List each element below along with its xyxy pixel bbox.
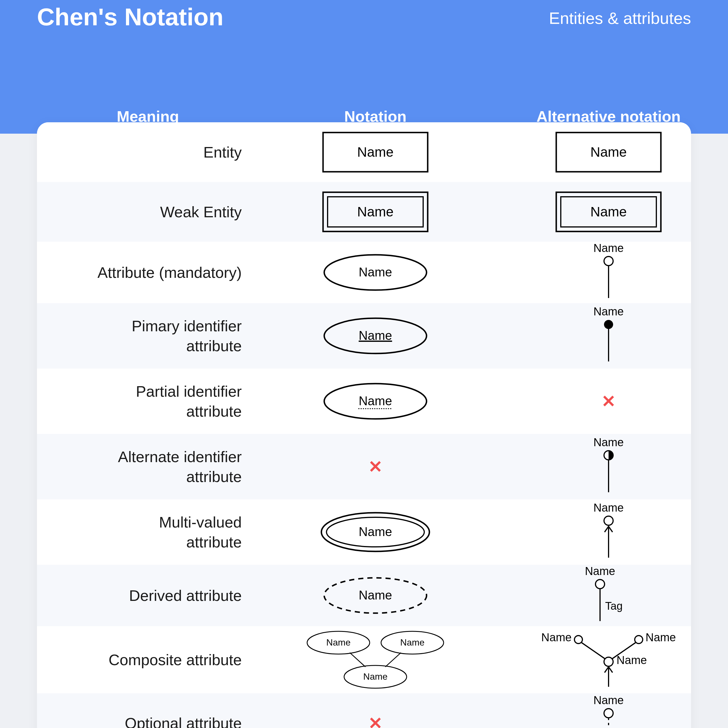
row-notation: Name — [259, 252, 492, 292]
row-alt-notation: Name — [492, 191, 691, 233]
row-notation: ✕ — [259, 713, 492, 728]
row-alt-notation: Name — [492, 131, 691, 173]
table-row: EntityNameName — [37, 122, 691, 182]
svg-text:Name: Name — [593, 504, 624, 514]
row-alt-notation: ✕ — [492, 391, 691, 411]
row-meaning: Alternate identifierattribute — [37, 447, 259, 486]
svg-point-35 — [595, 580, 604, 589]
row-notation: Name — [259, 316, 492, 356]
table-row: Derived attributeNameName Tag — [37, 565, 691, 626]
row-meaning: Weak Entity — [37, 202, 259, 222]
svg-text:Name: Name — [400, 637, 424, 647]
row-meaning: Entity — [37, 142, 259, 162]
svg-text:Name: Name — [357, 204, 393, 219]
row-meaning: Pimary identifierattribute — [37, 316, 259, 356]
svg-text:Name: Name — [593, 696, 624, 707]
svg-text:Name: Name — [616, 654, 647, 666]
svg-text:Name: Name — [645, 631, 676, 644]
row-notation: Name — [259, 131, 492, 173]
svg-point-47 — [574, 636, 583, 644]
svg-text:Tag: Tag — [605, 600, 622, 612]
table-row: Optional attribute✕Name — [37, 693, 691, 728]
svg-point-30 — [604, 516, 613, 525]
row-alt-notation: Name — [492, 244, 691, 301]
row-alt-notation: Name Name Name — [492, 630, 691, 690]
svg-text:Name: Name — [363, 671, 387, 682]
row-meaning: Derived attribute — [37, 586, 259, 606]
svg-point-49 — [635, 636, 643, 644]
cross-icon: ✕ — [368, 457, 382, 477]
row-alt-notation: Name — [492, 307, 691, 364]
row-notation: Name — [259, 575, 492, 615]
row-alt-notation: Name — [492, 696, 691, 728]
row-notation: Name — [259, 381, 492, 421]
svg-text:Name: Name — [326, 637, 350, 647]
svg-text:Name: Name — [590, 144, 627, 159]
table-row: Partial identifierattribute Name ✕ — [37, 369, 691, 434]
table-row: Attribute (mandatory)NameName — [37, 242, 691, 303]
row-meaning: Optional attribute — [37, 713, 259, 728]
row-alt-notation: Name — [492, 504, 691, 560]
svg-line-44 — [350, 653, 366, 667]
row-notation: Name Name Name — [259, 629, 492, 691]
row-meaning: Partial identifierattribute — [37, 381, 259, 421]
svg-text:Name: Name — [541, 631, 572, 644]
cross-icon: ✕ — [601, 391, 616, 411]
svg-text:Name: Name — [359, 588, 392, 602]
svg-text:Name: Name — [593, 438, 624, 448]
table-row: Weak Entity Name Name — [37, 182, 691, 242]
row-alt-notation: Name — [492, 438, 691, 495]
row-notation: Name — [259, 511, 492, 554]
table-row: Pimary identifierattribute NameName — [37, 303, 691, 369]
svg-text:Name: Name — [359, 265, 392, 279]
row-meaning: Multi-valuedattribute — [37, 512, 259, 552]
svg-text:Name: Name — [593, 307, 624, 318]
svg-line-45 — [385, 653, 401, 667]
svg-text:Name: Name — [359, 525, 392, 538]
row-alt-notation: Name Tag — [492, 567, 691, 624]
cross-icon: ✕ — [368, 713, 382, 728]
table-row: Multi-valuedattribute NameName — [37, 499, 691, 565]
row-meaning: Attribute (mandatory) — [37, 263, 259, 282]
svg-text:Name: Name — [357, 144, 393, 159]
svg-point-56 — [604, 709, 613, 718]
svg-text:Name: Name — [590, 204, 627, 219]
svg-text:Name: Name — [593, 244, 624, 254]
row-notation: ✕ — [259, 457, 492, 477]
table-row: Composite attribute Name Name Name Name … — [37, 626, 691, 693]
row-notation: Name — [259, 191, 492, 233]
svg-text:Name: Name — [359, 329, 392, 343]
svg-text:Name: Name — [359, 394, 392, 408]
notation-table: EntityNameNameWeak Entity Name NameAttri… — [37, 122, 691, 728]
page-subtitle: Entities & attributes — [549, 9, 691, 28]
row-meaning: Composite attribute — [37, 650, 259, 670]
header: Chen's Notation Entities & attributes Me… — [0, 0, 728, 134]
svg-point-13 — [604, 257, 613, 266]
svg-text:Name: Name — [585, 567, 615, 577]
svg-line-52 — [581, 642, 605, 659]
svg-point-18 — [604, 320, 613, 329]
table-row: Alternate identifierattribute✕Name — [37, 434, 691, 499]
